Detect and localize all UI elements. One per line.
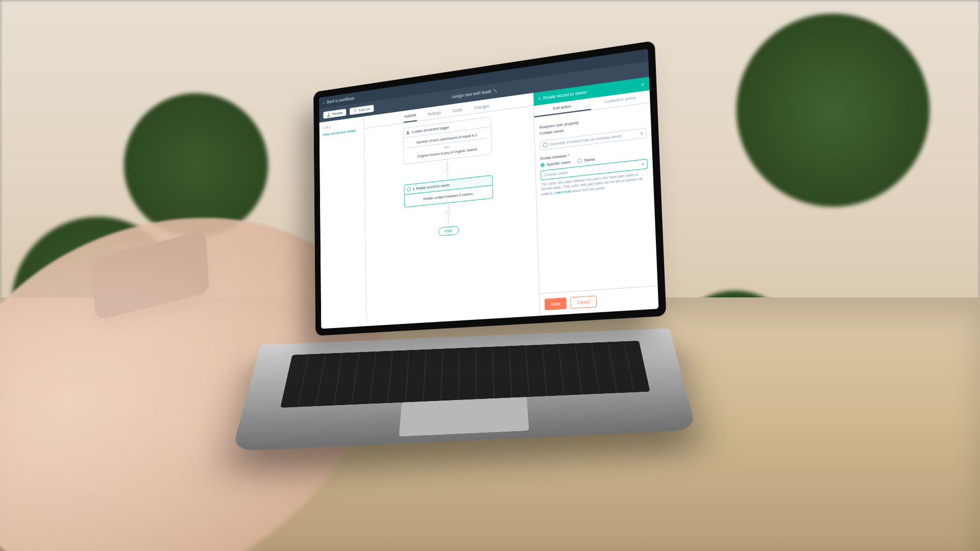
connector-line bbox=[448, 217, 449, 224]
connector-line bbox=[447, 173, 448, 180]
power-icon bbox=[353, 108, 357, 113]
checkbox-icon bbox=[543, 143, 548, 148]
svg-point-0 bbox=[328, 113, 329, 115]
help-link[interactable]: Learn more bbox=[554, 189, 572, 195]
connector-line bbox=[447, 159, 447, 166]
tab-actions[interactable]: Actions bbox=[403, 112, 417, 123]
review-label: Review bbox=[332, 110, 343, 116]
tab-settings[interactable]: Settings bbox=[427, 110, 442, 120]
radio-teams[interactable]: Teams bbox=[577, 157, 595, 164]
radio-specific-users[interactable]: Specific users bbox=[541, 160, 571, 168]
radio-icon bbox=[577, 159, 582, 164]
turn-on-pill[interactable]: Turn on bbox=[350, 105, 374, 115]
choose-users-placeholder: Choose users bbox=[544, 170, 568, 178]
turn-on-label: Turn on bbox=[359, 107, 370, 112]
tab-changes[interactable]: Changes bbox=[473, 104, 490, 114]
add-step-button[interactable]: + bbox=[444, 166, 450, 173]
action-title: 1. Rotate record to owner bbox=[412, 183, 450, 191]
back-link[interactable]: Back to workflows bbox=[327, 96, 354, 105]
canvas[interactable]: Actions Settings Goals Changes bbox=[364, 93, 540, 326]
save-button[interactable]: Save bbox=[545, 297, 567, 310]
trackpad bbox=[399, 397, 529, 436]
chevron-down-icon: ▾ bbox=[642, 162, 644, 167]
keyboard bbox=[280, 341, 650, 408]
rotate-icon bbox=[407, 187, 411, 191]
contact-icon bbox=[406, 130, 410, 135]
edit-title-icon[interactable] bbox=[493, 89, 497, 93]
radio-specific-label: Specific users bbox=[547, 160, 571, 167]
person-icon bbox=[327, 112, 330, 117]
connector-line bbox=[448, 203, 448, 210]
side-panel: 1. Rotate record to owner × Edit action … bbox=[533, 77, 658, 316]
overwrite-label: Overwrite if contact has an existing own… bbox=[549, 134, 622, 147]
panel-body: Assigned user property Contact owner Ove… bbox=[534, 103, 658, 293]
flow-column: Contact enrollment trigger Number of for… bbox=[399, 116, 499, 239]
workflow-title: Assign new web leads bbox=[452, 89, 492, 99]
radio-icon bbox=[541, 163, 545, 168]
tab-goals[interactable]: Goals bbox=[451, 107, 463, 116]
close-icon[interactable]: × bbox=[641, 81, 645, 88]
left-rail: 1 of 2 View enrollment details bbox=[320, 116, 367, 329]
viewing-count: 1 of 2 bbox=[323, 125, 331, 130]
laptop-lid: ‹ Back to workflows Review Turn bbox=[313, 41, 666, 336]
add-step-button[interactable]: + bbox=[445, 210, 451, 217]
review-pill[interactable]: Review bbox=[323, 108, 346, 118]
action-node[interactable]: 1. Rotate record to owner Rotate contact… bbox=[404, 175, 493, 208]
assign-value: Contact owner bbox=[540, 128, 564, 136]
workflow-title-wrap: Assign new web leads bbox=[452, 88, 497, 99]
laptop-base bbox=[232, 329, 696, 452]
cancel-button[interactable]: Cancel bbox=[570, 295, 597, 309]
screen: ‹ Back to workflows Review Turn bbox=[319, 49, 658, 329]
back-chevron-icon[interactable]: ‹ bbox=[323, 100, 325, 105]
trigger-node[interactable]: Contact enrollment trigger Number of for… bbox=[403, 116, 492, 164]
svg-point-3 bbox=[407, 131, 409, 133]
app-root: ‹ Back to workflows Review Turn bbox=[319, 49, 658, 329]
end-cap: END bbox=[438, 226, 459, 236]
radio-teams-label: Teams bbox=[583, 157, 595, 163]
laptop: ‹ Back to workflows Review Turn bbox=[286, 61, 837, 480]
chevron-down-icon: ▾ bbox=[641, 131, 643, 136]
